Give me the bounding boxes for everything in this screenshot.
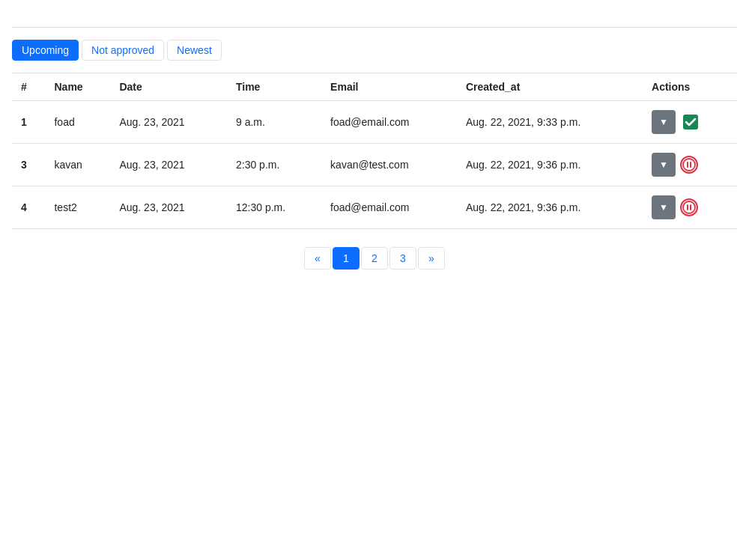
svg-rect-5 [687, 204, 688, 210]
action-dropdown-button[interactable]: ▼ [652, 110, 676, 134]
pagination-next[interactable]: » [418, 247, 445, 270]
tab-not-approved[interactable]: Not approved [82, 40, 164, 61]
pagination-page-3[interactable]: 3 [389, 247, 416, 270]
divider [12, 27, 737, 28]
table-header: #NameDateTimeEmailCreated_atActions [12, 73, 737, 101]
pagination: «123» [12, 247, 737, 270]
svg-point-1 [683, 159, 695, 171]
cell-time: 2:30 p.m. [227, 144, 321, 186]
cell-name: kavan [45, 144, 110, 186]
page-container: UpcomingNot approvedNewest #NameDateTime… [0, 0, 749, 287]
cell-created_at: Aug. 22, 2021, 9:36 p.m. [457, 186, 643, 229]
action-dropdown-button[interactable]: ▼ [652, 153, 676, 177]
cell-name: foad [45, 101, 110, 144]
pagination-page-1[interactable]: 1 [333, 247, 360, 270]
actions-container: ▼ [652, 110, 728, 134]
table-row: 4test2Aug. 23, 202112:30 p.m.foad@email.… [12, 186, 737, 229]
actions-container: ▼ [652, 153, 728, 177]
status-approved-icon [680, 112, 701, 133]
header-row: #NameDateTimeEmailCreated_atActions [12, 73, 737, 101]
status-pending-icon [680, 156, 698, 174]
cell-time: 9 a.m. [227, 101, 321, 144]
cell-date: Aug. 23, 2021 [110, 144, 227, 186]
cell-actions: ▼ [643, 101, 737, 144]
appointments-table: #NameDateTimeEmailCreated_atActions 1foa… [12, 73, 737, 229]
cell-actions: ▼ [643, 144, 737, 186]
cell-#: 1 [12, 101, 45, 144]
cell-email: foad@email.com [321, 186, 457, 229]
pagination-page-2[interactable]: 2 [361, 247, 388, 270]
table-row: 1foadAug. 23, 20219 a.m.foad@email.comAu… [12, 101, 737, 144]
cell-email: kavan@test.com [321, 144, 457, 186]
cell-#: 4 [12, 186, 45, 229]
svg-rect-3 [690, 162, 691, 168]
cell-name: test2 [45, 186, 110, 229]
svg-point-4 [683, 201, 695, 213]
cell-date: Aug. 23, 2021 [110, 186, 227, 229]
column-header-actions: Actions [643, 73, 737, 101]
actions-container: ▼ [652, 195, 728, 219]
tab-bar: UpcomingNot approvedNewest [12, 40, 737, 61]
cell-date: Aug. 23, 2021 [110, 101, 227, 144]
status-pending-icon [680, 198, 698, 216]
column-header-name: Name [45, 73, 110, 101]
svg-rect-6 [690, 204, 691, 210]
table-row: 3kavanAug. 23, 20212:30 p.m.kavan@test.c… [12, 144, 737, 186]
column-header-email: Email [321, 73, 457, 101]
pagination-prev[interactable]: « [304, 247, 331, 270]
cell-actions: ▼ [643, 186, 737, 229]
column-header-date: Date [110, 73, 227, 101]
cell-created_at: Aug. 22, 2021, 9:36 p.m. [457, 144, 643, 186]
column-header-created_at: Created_at [457, 73, 643, 101]
tab-newest[interactable]: Newest [167, 40, 222, 61]
column-header-#: # [12, 73, 45, 101]
table-body: 1foadAug. 23, 20219 a.m.foad@email.comAu… [12, 101, 737, 229]
cell-#: 3 [12, 144, 45, 186]
cell-time: 12:30 p.m. [227, 186, 321, 229]
column-header-time: Time [227, 73, 321, 101]
svg-rect-2 [687, 162, 688, 168]
cell-created_at: Aug. 22, 2021, 9:33 p.m. [457, 101, 643, 144]
tab-upcoming[interactable]: Upcoming [12, 40, 79, 61]
cell-email: foad@email.com [321, 101, 457, 144]
action-dropdown-button[interactable]: ▼ [652, 195, 676, 219]
